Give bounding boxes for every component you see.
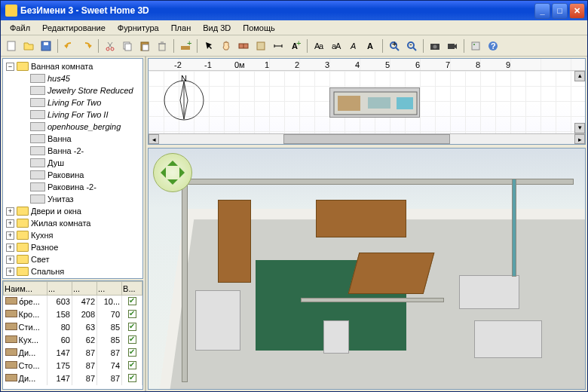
column-header[interactable]: Наим... (4, 282, 47, 296)
menu-file[interactable]: Файл (4, 22, 36, 34)
visible-cell[interactable] (122, 347, 142, 360)
tree-label[interactable]: Унитаз (47, 194, 74, 204)
name-cell[interactable]: Сто... (4, 360, 47, 372)
wall-tool-icon[interactable] (236, 38, 251, 54)
tree-item[interactable]: Раковина -2- (5, 181, 141, 193)
redo-icon[interactable] (79, 38, 94, 54)
scroll-up-icon[interactable]: ▴ (574, 71, 585, 81)
expand-icon[interactable]: + (6, 256, 14, 264)
textstyle1-icon[interactable]: Aa (311, 38, 326, 54)
nav-down-icon[interactable] (167, 179, 178, 190)
visible-cell[interactable] (122, 321, 142, 334)
tree-item[interactable]: Унитаз (5, 193, 141, 205)
tree-item[interactable]: openhouse_berging (5, 121, 141, 133)
bold-icon[interactable]: A (363, 38, 378, 54)
video-icon[interactable] (445, 38, 460, 54)
tree-item[interactable]: Living For Two II (5, 109, 141, 121)
checkbox-icon[interactable] (128, 310, 136, 318)
scroll-right-icon[interactable]: ▸ (574, 134, 585, 144)
nav-left-icon[interactable] (155, 167, 166, 178)
tree-item[interactable]: Ванна (5, 133, 141, 145)
tree-category[interactable]: +Разное (5, 241, 141, 253)
camera-icon[interactable] (427, 38, 443, 54)
tree-item[interactable]: Душ (5, 157, 141, 169)
nav-up-icon[interactable] (167, 155, 178, 166)
furniture-catalog-tree[interactable]: − Ванная комната hus45Jewelry Store Redu… (2, 58, 143, 279)
tree-root-bathroom[interactable]: − Ванная комната (5, 60, 141, 72)
save-file-icon[interactable] (38, 38, 54, 54)
plan-2d-view[interactable]: -2-10м123456789 N ▴ ▾ ◂ (148, 58, 586, 145)
tree-item[interactable]: Раковина (5, 169, 141, 181)
italic-icon[interactable]: A (346, 38, 361, 54)
pan-hand-icon[interactable] (219, 38, 234, 54)
3d-nav-widget[interactable] (153, 153, 192, 192)
tree-category[interactable]: +Кухня (5, 229, 141, 241)
help-icon[interactable]: ? (485, 38, 501, 54)
column-header[interactable]: В... (122, 282, 142, 296)
column-header[interactable]: ... (47, 282, 72, 296)
tree-item[interactable]: Ванна -2- (5, 145, 141, 157)
tree-label[interactable]: Кухня (31, 231, 53, 240)
checkbox-icon[interactable] (128, 361, 136, 369)
tree-label[interactable]: Двери и окна (31, 207, 81, 216)
tree-label[interactable]: Разное (31, 243, 58, 252)
tree-label[interactable]: Jewelry Store Reduced (47, 86, 133, 95)
room-tool-icon[interactable] (253, 38, 268, 54)
visible-cell[interactable] (122, 296, 142, 308)
tree-label[interactable]: Душ (47, 158, 64, 167)
expand-icon[interactable]: + (6, 207, 14, 216)
table-row[interactable]: Сти...806385 (4, 321, 142, 334)
table-row[interactable]: Ди...1478787 (4, 347, 142, 360)
furniture-list-table[interactable]: Наим............В... о́ре...60347210...К… (2, 280, 143, 390)
menu-help[interactable]: Помощь (237, 22, 281, 34)
close-button[interactable]: ✕ (569, 3, 585, 19)
tree-label[interactable]: Спальня (31, 267, 64, 276)
name-cell[interactable]: о́ре... (4, 296, 47, 308)
menu-plan[interactable]: План (165, 22, 198, 34)
minimize-button[interactable]: _ (534, 3, 550, 19)
scroll-down-icon[interactable]: ▾ (574, 123, 585, 133)
expand-icon[interactable]: + (6, 219, 14, 228)
tree-label[interactable]: hus45 (47, 74, 70, 83)
maximize-button[interactable]: □ (552, 3, 568, 19)
tree-item[interactable]: Living For Two (5, 96, 141, 109)
visible-cell[interactable] (122, 372, 142, 385)
tree-item[interactable]: hus45 (5, 72, 141, 84)
textstyle2-icon[interactable]: aA (329, 38, 344, 54)
tree-label[interactable]: Раковина (47, 170, 84, 179)
tree-label[interactable]: Ванная комната (31, 62, 93, 71)
checkbox-icon[interactable] (128, 335, 136, 344)
tree-label[interactable]: Раковина -2- (47, 182, 96, 191)
plan-canvas[interactable]: N (149, 71, 585, 133)
tree-category[interactable]: +Свет (5, 253, 141, 265)
nav-right-icon[interactable] (179, 167, 190, 178)
tree-label[interactable]: Ванна (47, 134, 72, 143)
scroll-thumb[interactable] (283, 134, 449, 144)
tree-item[interactable]: Jewelry Store Reduced (5, 84, 141, 96)
name-cell[interactable]: Кро... (4, 308, 47, 321)
view-3d[interactable] (148, 148, 586, 390)
tree-category[interactable]: +Двери и окна (5, 205, 141, 217)
expand-icon[interactable]: + (6, 231, 14, 240)
visible-cell[interactable] (122, 360, 142, 372)
scroll-track[interactable] (159, 134, 574, 144)
floorplan-thumbnail[interactable] (329, 87, 420, 118)
add-furniture-icon[interactable]: + (178, 38, 193, 54)
tree-category[interactable]: +Спальня (5, 265, 141, 277)
expand-icon[interactable]: + (6, 268, 14, 276)
scroll-left-icon[interactable]: ◂ (149, 134, 159, 144)
tree-label[interactable]: Living For Two (47, 98, 101, 107)
table-row[interactable]: Сто...1758774 (4, 360, 142, 372)
visible-cell[interactable] (122, 308, 142, 321)
tree-label[interactable]: openhouse_berging (47, 122, 121, 131)
text-tool-icon[interactable]: A+ (288, 38, 303, 54)
table-row[interactable]: о́ре...60347210... (4, 296, 142, 308)
table-row[interactable]: Ди...1478787 (4, 372, 142, 385)
checkbox-icon[interactable] (128, 348, 136, 357)
menu-furniture[interactable]: Фурнитура (112, 22, 165, 34)
select-tool-icon[interactable] (201, 38, 216, 54)
compass-icon[interactable]: N (161, 75, 207, 122)
zoom-in-icon[interactable]: + (387, 38, 402, 54)
prefs-icon[interactable] (468, 38, 483, 54)
expand-icon[interactable]: + (6, 243, 14, 252)
